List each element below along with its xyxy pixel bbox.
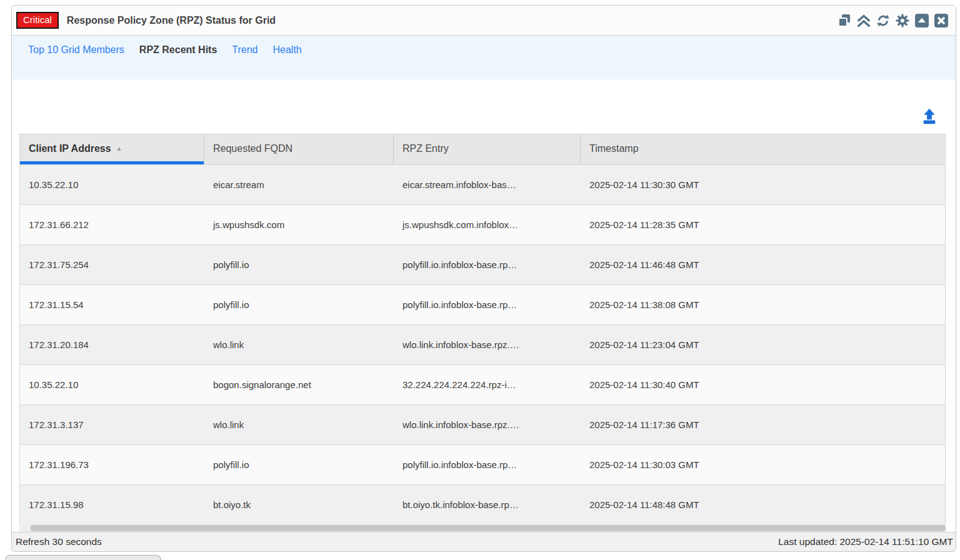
- column-header-requested-fqdn[interactable]: Requested FQDN: [204, 134, 394, 164]
- sorted-column-underline: [20, 161, 204, 164]
- client-ip-cell: 10.35.22.10: [20, 179, 204, 190]
- widget-title: Response Policy Zone (RPZ) Status for Gr…: [67, 15, 276, 26]
- table-row[interactable]: 10.35.22.10 bogon.signalorange.net 32.22…: [20, 364, 945, 404]
- client-ip-cell: 172.31.15.98: [20, 499, 204, 510]
- rpz-entry-cell: js.wpushsdk.com.infoblox…: [394, 219, 581, 230]
- rpz-entry-cell: polyfill.io.infoblox-base.rp…: [394, 459, 581, 470]
- client-ip-cell: 172.31.66.212: [20, 219, 204, 230]
- requested-fqdn-cell: polyfill.io: [204, 259, 394, 270]
- rpz-entry-cell: 32.224.224.224.224.rpz-i…: [394, 379, 581, 390]
- table-row[interactable]: 172.31.15.98 bt.oiyo.tk bt.oiyo.tk.infob…: [20, 484, 945, 524]
- tab-top-10-grid-members[interactable]: Top 10 Grid Members: [28, 44, 124, 56]
- client-ip-cell: 172.31.196.73: [20, 459, 204, 470]
- requested-fqdn-cell: bt.oiyo.tk: [204, 499, 394, 510]
- stack-icon[interactable]: [836, 12, 852, 29]
- requested-fqdn-cell: js.wpushsdk.com: [204, 219, 394, 230]
- requested-fqdn-cell: polyfill.io: [204, 459, 394, 470]
- requested-fqdn-cell: wlo.link: [204, 339, 394, 350]
- table-row[interactable]: 10.35.22.10 eicar.stream eicar.stream.in…: [20, 164, 945, 204]
- settings-icon[interactable]: [894, 12, 911, 29]
- table-row[interactable]: 172.31.15.54 polyfill.io polyfill.io.inf…: [20, 284, 945, 324]
- timestamp-cell: 2025-02-14 11:23:04 GMT: [581, 339, 945, 350]
- rpz-entry-cell: wlo.link.infoblox-base.rpz.…: [394, 419, 581, 430]
- close-icon[interactable]: [933, 12, 949, 29]
- rpz-entry-cell: wlo.link.infoblox-base.rpz.…: [394, 339, 581, 350]
- timestamp-cell: 2025-02-14 11:30:03 GMT: [581, 459, 945, 470]
- table-toolbar-area: [12, 79, 956, 134]
- widget-toolbar: [836, 12, 949, 29]
- table-row[interactable]: 172.31.196.73 polyfill.io polyfill.io.in…: [20, 444, 945, 484]
- requested-fqdn-cell: bogon.signalorange.net: [204, 379, 394, 390]
- timestamp-cell: 2025-02-14 11:28:35 GMT: [581, 219, 945, 230]
- widget-footer: Refresh 30 seconds Last updated: 2025-02…: [12, 532, 956, 551]
- refresh-interval-label: Refresh 30 seconds: [16, 536, 102, 548]
- client-ip-cell: 10.35.22.10: [20, 379, 204, 390]
- timestamp-cell: 2025-02-14 11:17:36 GMT: [581, 419, 945, 430]
- rpz-entry-cell: eicar.stream.infoblox-bas…: [394, 179, 581, 190]
- client-ip-cell: 172.31.3.137: [20, 419, 204, 430]
- column-label: Client IP Address: [29, 143, 111, 154]
- status-badge: Critical: [16, 12, 59, 29]
- rpz-entry-cell: polyfill.io.infoblox-base.rp…: [394, 299, 581, 310]
- tab-health[interactable]: Health: [273, 44, 302, 56]
- table-header-row: Client IP Address▲ Requested FQDN RPZ En…: [20, 134, 945, 164]
- export-icon[interactable]: [921, 108, 938, 125]
- timestamp-cell: 2025-02-14 11:46:48 GMT: [581, 259, 945, 270]
- tab-rpz-recent-hits[interactable]: RPZ Recent Hits: [139, 44, 217, 56]
- requested-fqdn-cell: polyfill.io: [204, 299, 394, 310]
- last-updated-label: Last updated: 2025-02-14 11:51:10 GMT: [778, 536, 953, 548]
- table-row[interactable]: 172.31.3.137 wlo.link wlo.link.infoblox-…: [20, 404, 945, 444]
- timestamp-cell: 2025-02-14 11:30:40 GMT: [581, 379, 945, 390]
- column-label: Requested FQDN: [213, 143, 292, 154]
- requested-fqdn-cell: eicar.stream: [204, 179, 394, 190]
- table-row[interactable]: 172.31.75.254 polyfill.io polyfill.io.in…: [20, 244, 945, 284]
- timestamp-cell: 2025-02-14 11:30:30 GMT: [581, 179, 945, 190]
- tab-trend[interactable]: Trend: [232, 44, 258, 56]
- horizontal-scrollbar[interactable]: [19, 524, 946, 532]
- rpz-entry-cell: bt.oiyo.tk.infoblox-base.rp…: [394, 499, 581, 510]
- table-row[interactable]: 172.31.66.212 js.wpushsdk.com js.wpushsd…: [20, 204, 945, 244]
- client-ip-cell: 172.31.20.184: [20, 339, 204, 350]
- client-ip-cell: 172.31.15.54: [20, 299, 204, 310]
- refresh-icon[interactable]: [875, 12, 891, 29]
- column-label: Timestamp: [589, 143, 639, 154]
- widget-titlebar: Critical Response Policy Zone (RPZ) Stat…: [12, 6, 956, 36]
- column-header-client-ip-address[interactable]: Client IP Address▲: [20, 134, 204, 164]
- table-row[interactable]: 172.31.20.184 wlo.link wlo.link.infoblox…: [20, 324, 945, 364]
- column-header-rpz-entry[interactable]: RPZ Entry: [394, 134, 581, 164]
- timestamp-cell: 2025-02-14 11:48:48 GMT: [581, 499, 945, 510]
- column-header-timestamp[interactable]: Timestamp: [581, 134, 945, 164]
- horizontal-scrollbar-thumb[interactable]: [31, 525, 946, 531]
- minimize-icon[interactable]: [914, 12, 930, 29]
- rpz-hits-table: Client IP Address▲ Requested FQDN RPZ En…: [19, 134, 946, 524]
- sort-asc-icon: ▲: [116, 145, 122, 152]
- rpz-status-widget: Critical Response Policy Zone (RPZ) Stat…: [11, 5, 956, 552]
- collapse-all-icon[interactable]: [856, 12, 872, 29]
- requested-fqdn-cell: wlo.link: [204, 419, 394, 430]
- timestamp-cell: 2025-02-14 11:38:08 GMT: [581, 299, 945, 310]
- rpz-entry-cell: polyfill.io.infoblox-base.rp…: [394, 259, 581, 270]
- client-ip-cell: 172.31.75.254: [20, 259, 204, 270]
- next-widget-edge: [5, 555, 161, 560]
- column-label: RPZ Entry: [402, 143, 449, 154]
- tab-strip: Top 10 Grid Members RPZ Recent Hits Tren…: [12, 36, 956, 79]
